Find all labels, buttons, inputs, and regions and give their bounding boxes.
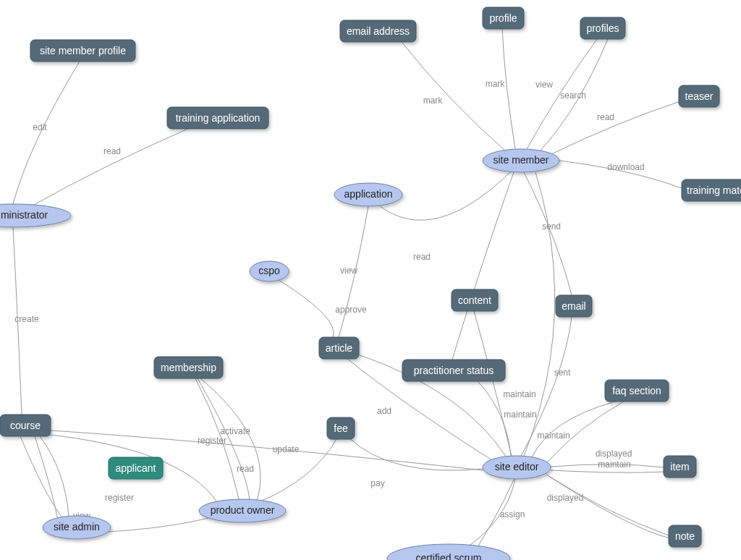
- edge-site_admin-course: [35, 436, 58, 519]
- node-practitioner_status[interactable]: practitioner status: [402, 360, 505, 381]
- node-label: email: [562, 300, 585, 312]
- edge-site_member-email: [524, 172, 572, 295]
- node-site_editor[interactable]: site editor: [483, 456, 551, 479]
- node-label: course: [10, 420, 41, 431]
- node-label: note: [675, 530, 695, 542]
- edge-label: register: [198, 436, 226, 446]
- node-label: profiles: [586, 22, 619, 34]
- edge-label: approve: [335, 305, 367, 315]
- edge-site_administrator-site_member_profile: [13, 61, 80, 204]
- edge-site_member-email_address: [402, 42, 507, 152]
- edge-label: activate: [220, 426, 250, 436]
- node-label: practitioner status: [414, 365, 494, 376]
- edge-cspo-article: [279, 280, 334, 337]
- node-content[interactable]: content: [452, 289, 498, 311]
- edge-label: send: [542, 221, 561, 232]
- node-application[interactable]: application: [334, 183, 402, 206]
- edge-label: assign: [500, 509, 525, 519]
- edge-site_editor-item: [551, 470, 664, 472]
- edge-course-site_admin: [20, 436, 62, 517]
- node-site_member_profile[interactable]: site member profile: [30, 40, 135, 61]
- edge-label: download: [607, 162, 644, 172]
- node-label: article: [326, 342, 353, 354]
- node-site_administrator[interactable]: te administrator: [0, 204, 71, 227]
- edge-label: mark: [486, 79, 506, 89]
- node-article[interactable]: article: [319, 337, 359, 359]
- edge-label: update: [273, 444, 300, 454]
- node-label: certified scrum: [415, 552, 481, 560]
- node-faq_section[interactable]: faq section: [605, 380, 669, 402]
- node-cspo[interactable]: cspo: [250, 261, 289, 281]
- node-label: content: [458, 294, 491, 306]
- edge-label: read: [103, 146, 121, 156]
- node-site_member[interactable]: site member: [483, 149, 559, 172]
- edge-site_administrator-training_application: [29, 129, 188, 208]
- edge-label: maintain: [503, 389, 535, 399]
- edge-label: pay: [370, 478, 384, 488]
- edge-site_editor-note: [546, 475, 669, 535]
- node-label: email address: [347, 25, 410, 37]
- node-label: cspo: [258, 265, 280, 276]
- edge-site_member-profile: [502, 29, 515, 149]
- edge-label: displayed: [596, 449, 632, 459]
- node-certified_scrum[interactable]: certified scrum: [387, 544, 510, 560]
- edge-site_editor-fee: [349, 438, 483, 470]
- node-label: training application: [176, 112, 261, 124]
- edge-label: edit: [33, 122, 47, 132]
- node-label: membership: [161, 362, 216, 373]
- node-profiles[interactable]: profiles: [580, 17, 625, 39]
- relationship-graph[interactable]: editreadcreatemarkmarkviewsearchreaddown…: [0, 0, 741, 560]
- node-training_application[interactable]: training application: [167, 107, 268, 129]
- node-label: teaser: [685, 90, 714, 102]
- edge-site_member-practitioner_status: [452, 172, 514, 360]
- edge-label: view: [535, 80, 553, 90]
- node-training_mat[interactable]: training mate: [682, 179, 741, 201]
- node-product_owner[interactable]: product owner: [199, 499, 286, 522]
- node-email_address[interactable]: email address: [340, 20, 416, 42]
- edge-label: read: [413, 252, 431, 262]
- node-profile[interactable]: profile: [483, 7, 524, 29]
- edge-label: mark: [423, 96, 444, 106]
- node-label: product owner: [211, 504, 275, 516]
- node-label: faq section: [612, 385, 661, 396]
- node-site_admin[interactable]: site admin: [43, 516, 111, 539]
- node-fee[interactable]: fee: [327, 417, 355, 439]
- edge-label: view: [340, 266, 357, 276]
- node-course[interactable]: course: [0, 415, 51, 436]
- edge-label: maintain: [504, 410, 536, 420]
- edge-site_member-teaser: [550, 101, 680, 155]
- node-teaser[interactable]: teaser: [679, 85, 719, 107]
- node-label: site member profile: [40, 45, 126, 56]
- node-label: item: [670, 461, 689, 472]
- node-label: profile: [489, 12, 517, 24]
- node-label: te administrator: [0, 209, 48, 221]
- edge-label: create: [14, 314, 39, 324]
- edge-label: read: [237, 464, 254, 474]
- node-label: training mate: [687, 184, 741, 196]
- edge-label: sent: [554, 368, 571, 378]
- edge-label: maintain: [537, 430, 569, 441]
- node-membership[interactable]: membership: [154, 357, 223, 378]
- edge-label: register: [105, 493, 134, 503]
- node-applicant[interactable]: applicant: [109, 457, 163, 479]
- node-note[interactable]: note: [669, 525, 701, 547]
- node-item[interactable]: item: [664, 456, 696, 478]
- node-label: site editor: [495, 461, 539, 472]
- edge-label: maintain: [598, 459, 630, 470]
- edge-label: read: [597, 112, 614, 122]
- node-label: fee: [334, 423, 348, 434]
- node-email[interactable]: email: [556, 295, 592, 317]
- edge-label: add: [377, 406, 391, 416]
- node-label: applicant: [115, 462, 156, 474]
- node-label: site member: [493, 154, 549, 166]
- edge-label: search: [560, 90, 586, 101]
- node-label: application: [344, 188, 393, 200]
- node-label: site admin: [54, 521, 100, 533]
